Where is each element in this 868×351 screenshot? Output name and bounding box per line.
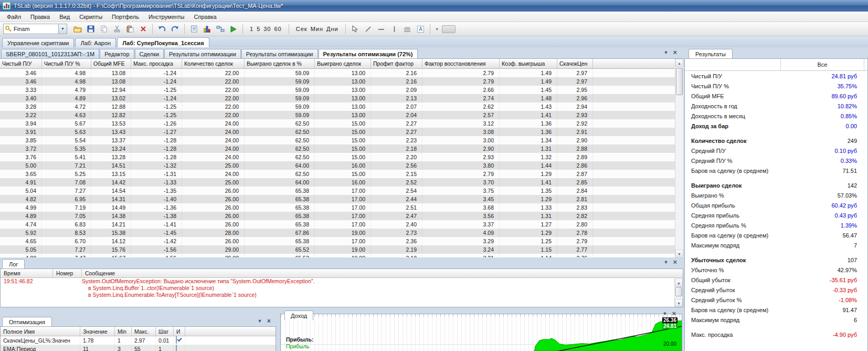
pane-close-icon[interactable]: × [672,311,676,317]
tab-log[interactable]: Лог [2,259,25,269]
income-chart[interactable]: Прибыль:ПрибыльУбытокДоход 26.3624.8120.… [280,314,682,351]
column-header-4[interactable]: Количество сделок [182,59,245,68]
table-row[interactable]: 3.655.2513.15-1.3124.0062.5015.002.152.7… [0,170,683,178]
table-row[interactable]: 4.656.7014.12-1.4226.0065.3817.002.363.2… [0,237,683,245]
doc-tab-5[interactable]: Результаты оптимизации (72%) [319,49,418,58]
table-row[interactable]: 5.057.2715.76-1.5629.0065.5219.002.193.2… [0,245,683,254]
main-tab-2[interactable]: Лаб: СуперПокупка_1сессия [117,37,209,47]
table-row[interactable]: 3.224.6312.82-1.2522.0059.0913.002.042.5… [0,111,683,119]
opt-column-header-3[interactable]: Макс. [132,327,156,336]
cut-button[interactable] [111,23,123,35]
log-entry-line[interactable]: в System.Linq.Buffer`1..ctor(IEnumerable… [1,285,683,292]
pane-close-icon[interactable]: × [673,259,677,265]
open-button[interactable] [71,23,83,35]
tab-results[interactable]: Результаты [689,49,733,58]
table-row[interactable]: 3.464.9813.08-1.2422.0059.0913.002.162.7… [0,77,683,86]
column-header-10[interactable]: СкачокЦен [557,59,593,68]
tab-optimization[interactable]: Оптимизация [2,317,52,326]
menu-item-1[interactable]: Правка [26,12,55,22]
results-col-all[interactable]: Все [780,59,864,70]
opt-column-header-2[interactable]: Min [115,327,132,336]
table-row[interactable]: 3.464.9813.08-1.2422.0059.0913.002.162.7… [0,69,683,77]
run-button[interactable] [227,23,239,35]
table-row[interactable]: 3.404.8913.02-1.2422.0059.0913.002.132.7… [0,94,683,102]
table-row[interactable]: 3.945.6713.53-1.2624.0062.5015.002.273.1… [0,119,683,128]
main-tab-0[interactable]: Управление скриптами [2,38,74,47]
column-header-8[interactable]: Фактор восстановления [422,59,500,68]
param-checkbox[interactable] [176,345,177,351]
table-row[interactable]: 3.725.3513.24-1.2824.0062.5015.002.182.9… [0,144,683,153]
table-row[interactable]: 5.047.2714.54-1.3526.0065.3817.002.543.7… [0,187,683,195]
column-header-3[interactable]: Макс. просадка [131,59,182,68]
timeframe-5[interactable]: 5 [255,26,262,32]
table-row[interactable]: 4.887.4715.67-1.5629.0065.5219.002.183.2… [0,254,683,257]
log-col-message[interactable]: Сообщение [82,269,683,277]
table-row[interactable]: 3.284.7212.88-1.2522.0059.0913.002.072.6… [0,102,683,111]
scrollbar-thumb[interactable] [675,287,682,296]
save-button[interactable] [84,23,97,35]
main-tab-1[interactable]: Лаб: Аарон [75,38,116,47]
scroll-up-icon[interactable]: ▲ [675,59,683,67]
chart-button[interactable] [201,23,213,35]
table-row[interactable]: 4.826.9514.31-1.4026.0065.3817.002.443.4… [0,195,683,203]
timeframe-unit-buttons[interactable]: СекМинДни [292,26,342,32]
paste-button[interactable] [124,23,136,35]
opt-param-row[interactable]: СкачокЦены_GL%:Значен1.7812.970.01 [1,336,276,345]
hline-tool-button[interactable] [375,23,387,35]
scroll-down-icon[interactable]: ▼ [675,299,683,307]
text-tool-button[interactable]: A [415,23,427,35]
column-header-2[interactable]: Общий MFE [91,59,131,68]
account-dropdown-button[interactable]: ▼ [58,24,67,34]
unit-Мин[interactable]: Мин [309,26,325,32]
properties-button[interactable] [188,23,200,35]
timeframe-1[interactable]: 1 [248,26,255,32]
unit-Сек[interactable]: Сек [294,26,309,32]
table-row[interactable]: 4.746.8314.21-1.4126.0065.3817.002.403.3… [0,220,683,229]
doc-tab-1[interactable]: Редактор [100,49,134,58]
title-bar[interactable]: TSLab (версия 1.1.17.0:32bit) - F:\Софт\… [0,0,868,12]
channel-tool-button[interactable] [401,23,414,35]
column-header-7[interactable]: Профит фактор [371,59,422,68]
column-header-6[interactable]: Выиграно сделок [315,59,371,68]
log-entry-line[interactable]: 19:51:46.82System.OutOfMemoryException: … [1,278,683,285]
pane-menu-icon[interactable]: ▼ [663,49,668,56]
doc-tab-2[interactable]: Сделки [135,49,164,58]
opt-column-header-4[interactable]: Шаг [156,327,174,336]
table-row[interactable]: 4.897.0514.38-1.3826.0065.3817.002.473.5… [0,212,683,220]
pane-close-icon[interactable]: × [673,49,677,56]
table-row[interactable]: 3.915.6313.43-1.2724.0062.5015.002.273.0… [0,128,683,136]
copy-button[interactable] [98,23,110,35]
log-col-time[interactable]: Время [1,269,53,277]
tab-income[interactable]: Доход [284,311,313,321]
doc-tab-3[interactable]: Результаты оптимизации [164,49,241,58]
log-entry-line[interactable]: в System.Linq.Enumerable.ToArray[TSource… [1,292,683,298]
menu-item-4[interactable]: Портфель [107,12,144,22]
param-checkbox[interactable] [176,336,177,344]
opt-column-header-0[interactable]: Полное Имя [1,327,80,336]
table-row[interactable]: 3.334.7912.94-1.2522.0059.0913.002.092.6… [0,86,683,94]
table-row[interactable]: 5.928.5315.38-1.4528.0067.8619.002.734.0… [0,229,683,237]
timeframe-buttons[interactable]: 153060 [246,26,285,32]
timeframe-60[interactable]: 60 [273,26,283,32]
log-col-number[interactable]: Номер [53,269,82,277]
account-combobox[interactable]: Finam ▼ [3,24,67,34]
menu-item-5[interactable]: Инструменты [144,12,189,22]
pane-menu-icon[interactable]: ▼ [662,311,667,317]
column-header-0[interactable]: Чистый П/У [0,59,42,68]
opt-column-header-5[interactable]: И [174,327,185,336]
unit-Дни[interactable]: Дни [325,26,340,32]
opt-param-row[interactable]: ЕМА:Период113551 [1,345,276,351]
log-vertical-scrollbar[interactable]: ▲ ▼ [674,278,683,307]
undo-button[interactable] [156,23,168,35]
doc-tab-4[interactable]: Результаты оптимизации [241,49,318,58]
scroll-up-icon[interactable]: ▲ [675,278,683,286]
pane-menu-icon[interactable]: ▼ [257,318,262,324]
menu-item-6[interactable]: Справка [189,12,221,22]
table-row[interactable]: 3.855.5413.37-1.2824.0062.5015.002.233.0… [0,136,683,144]
delete-button[interactable] [137,23,149,35]
column-header-9[interactable]: Коэф. выигрыша [500,59,557,68]
trendline-tool-button[interactable] [362,23,374,35]
pane-close-icon[interactable]: × [267,318,271,324]
pointer-tool-button[interactable] [349,23,361,35]
table-row[interactable]: 4.917.0814.42-1.3325.0064.0016.002.523.7… [0,178,683,187]
